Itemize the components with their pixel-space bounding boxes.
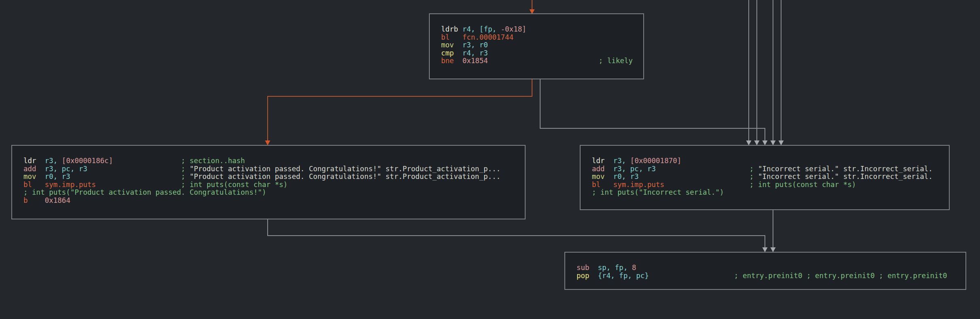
token-mnem: ldrb xyxy=(441,25,458,33)
token-cmp: cmp xyxy=(441,49,454,57)
basic-block-epilogue[interactable]: sub sp, fp, 8pop {r4, fp, pc} ; entry.pr… xyxy=(564,252,966,290)
token-alu: add xyxy=(592,165,605,173)
token-num: -0x18] xyxy=(501,25,526,33)
token-plain xyxy=(605,157,613,165)
asm-line: bl sym.imp.puts ; int puts(const char *s… xyxy=(592,181,949,189)
token-plain xyxy=(639,172,750,181)
asm-line: add r3, pc, r3 ; "Product activation pas… xyxy=(23,165,525,173)
basic-block-compare[interactable]: ldrb r4, [fp, -0x18]bl fcn.00001744mov r… xyxy=(429,13,644,79)
token-plain xyxy=(589,272,598,280)
token-num: 0x1864 xyxy=(45,196,70,204)
token-reg: r3, r0 xyxy=(463,41,488,49)
token-reg: r3, pc, r3 xyxy=(613,165,656,173)
token-plain xyxy=(488,57,599,65)
token-plain xyxy=(605,172,613,181)
token-comment_str: "Incorrect serial." str.Incorrect_serial… xyxy=(758,165,933,173)
token-comment: ; likely xyxy=(599,57,633,65)
disassembly-graph-canvas[interactable]: ldrb r4, [fp, -0x18]bl fcn.00001744mov r… xyxy=(0,0,980,319)
token-plain xyxy=(454,41,463,49)
token-alu: add xyxy=(23,165,36,173)
token-reg: r4, [fp, xyxy=(463,25,501,33)
token-comment_str: "Product activation passed. Congratulati… xyxy=(190,172,501,181)
token-mov: mov xyxy=(441,41,454,49)
token-plain xyxy=(656,165,750,173)
token-reg: r3, pc, r3 xyxy=(45,165,87,173)
token-reg: sp, fp, xyxy=(598,264,632,272)
token-plain xyxy=(32,181,45,189)
asm-line: ; int puts("Incorrect serial.") xyxy=(592,189,949,197)
token-plain xyxy=(96,181,181,189)
token-reg: r0, r3 xyxy=(613,172,639,181)
token-call: bl xyxy=(592,181,600,189)
token-alu: sub xyxy=(577,264,589,272)
token-comment: ; int puts("Product activation passed. C… xyxy=(23,188,266,196)
asm-line: mov r3, r0 xyxy=(441,41,643,49)
token-cmp: pop xyxy=(577,272,589,280)
token-num: [0x00001870] xyxy=(630,157,681,165)
asm-line: sub sp, fp, 8 xyxy=(577,264,965,272)
token-plain xyxy=(589,264,598,272)
token-comment: ; int puts(const char *s) xyxy=(750,181,856,189)
token-mnem: ldr xyxy=(592,157,605,165)
token-call: b xyxy=(23,196,28,204)
asm-line: mov r0, r3 ; "Product activation passed.… xyxy=(23,173,525,181)
token-call: sym.imp.puts xyxy=(613,181,664,189)
token-plain xyxy=(87,165,181,173)
token-comment_str: "Incorrect serial." str.Incorrect_serial… xyxy=(758,172,933,181)
token-comment: ; int puts("Incorrect serial.") xyxy=(592,188,724,196)
token-reg: r3, xyxy=(613,157,630,165)
token-plain xyxy=(36,157,45,165)
asm-line: bl sym.imp.puts ; int puts(const char *s… xyxy=(23,181,525,189)
token-reg: r4, r3 xyxy=(463,49,488,57)
token-plain xyxy=(450,33,463,41)
token-plain xyxy=(454,57,463,65)
token-comment: ; section..hash xyxy=(181,157,245,165)
token-plain xyxy=(458,25,463,33)
token-plain xyxy=(649,272,734,280)
edge-success-to-exit xyxy=(268,219,765,248)
asm-line: add r3, pc, r3 ; "Incorrect serial." str… xyxy=(592,165,949,173)
token-comment: ; xyxy=(181,165,190,173)
token-num: 0x1854 xyxy=(463,57,488,65)
asm-line: ldr r3, [0x0000186c] ; section..hash xyxy=(23,157,525,165)
token-plain xyxy=(113,157,181,165)
asm-line: pop {r4, fp, pc} ; entry.preinit0 ; entr… xyxy=(577,272,965,280)
basic-block-incorrect-serial[interactable]: ldr r3, [0x00001870]add r3, pc, r3 ; "In… xyxy=(580,145,950,210)
asm-line: mov r0, r3 ; "Incorrect serial." str.Inc… xyxy=(592,173,949,181)
asm-line: b 0x1864 xyxy=(23,197,525,205)
token-plain xyxy=(28,196,45,204)
asm-line: bne 0x1854 ; likely xyxy=(441,57,643,65)
token-call: bl xyxy=(441,33,450,41)
token-mnem: ldr xyxy=(23,157,36,165)
token-plain xyxy=(36,165,45,173)
asm-line: ; int puts("Product activation passed. C… xyxy=(23,189,525,197)
asm-line: ldr r3, [0x00001870] xyxy=(592,157,949,165)
token-comment: ; int puts(const char *s) xyxy=(181,181,287,189)
token-comment: ; entry.preinit0 ; entry.preinit0 ; entr… xyxy=(734,272,947,280)
token-mov: mov xyxy=(23,172,36,181)
token-call: bne xyxy=(441,57,454,65)
token-call: bl xyxy=(23,181,32,189)
token-plain xyxy=(664,181,750,189)
token-comment: ; xyxy=(750,165,758,173)
edge-compare-to-success xyxy=(268,79,532,141)
token-mov: mov xyxy=(592,172,605,181)
token-call: sym.imp.puts xyxy=(45,181,96,189)
token-num: 8 xyxy=(632,264,636,272)
token-plain xyxy=(70,172,181,181)
token-comment: ; xyxy=(750,172,758,181)
token-call: fcn.00001744 xyxy=(463,33,513,41)
token-comment_str: "Product activation passed. Congratulati… xyxy=(190,165,501,173)
token-reg: {r4, fp, pc} xyxy=(598,272,649,280)
asm-line: ldrb r4, [fp, -0x18] xyxy=(441,26,643,34)
token-plain xyxy=(454,49,463,57)
basic-block-activation-passed[interactable]: ldr r3, [0x0000186c] ; section..hashadd … xyxy=(11,145,526,219)
token-plain xyxy=(36,172,45,181)
asm-line: cmp r4, r3 xyxy=(441,49,643,57)
edge-compare-to-fail xyxy=(540,79,765,141)
asm-line: bl fcn.00001744 xyxy=(441,34,643,42)
token-comment: ; xyxy=(181,172,190,181)
token-plain xyxy=(600,181,613,189)
token-plain xyxy=(605,165,613,173)
token-reg: r3, xyxy=(45,157,62,165)
